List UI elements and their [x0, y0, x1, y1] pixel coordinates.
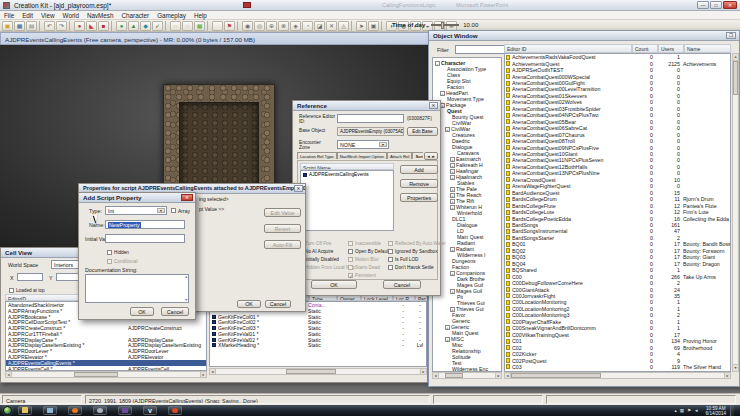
- script-list[interactable]: AJDPREventsCallingEvents: [300, 170, 394, 231]
- add-property-dialog-title[interactable]: Add Script Property ✕: [79, 193, 195, 203]
- toolbar-dialogue-button[interactable]: ◖: [212, 21, 223, 31]
- object-row-bardscollegeflute[interactable]: BardsCollegeFlute012Pantea's Flute: [505, 202, 730, 208]
- scroll-left-icon[interactable]: ◄: [433, 373, 439, 378]
- object-row-c02[interactable]: C02069Brotherhood: [505, 344, 730, 350]
- tab-navmesh-import-option[interactable]: NavMesh Import Option: [337, 152, 387, 159]
- expand-icon[interactable]: +: [450, 169, 455, 174]
- expand-icon[interactable]: +: [450, 199, 455, 204]
- scroll-right-icon[interactable]: ►: [495, 373, 501, 378]
- action-center-flag-icon[interactable]: ⚑: [687, 408, 691, 413]
- reference-list-hscrollbar[interactable]: ◄ ►: [209, 368, 427, 375]
- object-list-hscrollbar[interactable]: ◄ ►: [504, 372, 731, 379]
- expand-icon[interactable]: +: [450, 307, 455, 312]
- restore-button[interactable]: ❐: [726, 32, 736, 39]
- cancel-button[interactable]: Cancel: [161, 307, 189, 316]
- toolbar-tool-g-button[interactable]: ◪: [314, 21, 325, 31]
- ok-button[interactable]: OK: [130, 307, 154, 316]
- toolbar-preferences-button[interactable]: ▤: [26, 21, 37, 31]
- hidden-checkbox[interactable]: [107, 250, 112, 255]
- toolbar-visibility-check-button[interactable]: ✓: [152, 21, 163, 31]
- show-hidden-icons[interactable]: ▴: [675, 408, 677, 413]
- count-header[interactable]: Count: [632, 44, 658, 53]
- taskbar-vlc-icon[interactable]: V: [143, 406, 157, 415]
- object-list-vscrollbar[interactable]: ▲ ▼: [732, 53, 739, 372]
- object-row-bq04[interactable]: BQ04017Bounty: Dragon: [505, 261, 730, 267]
- object-row-achievementsquest[interactable]: AchievementsQuest02125Achievements: [505, 60, 730, 66]
- time-of-day-slider[interactable]: [431, 24, 459, 26]
- expand-icon[interactable]: +: [445, 325, 450, 330]
- scroll-thumb[interactable]: [286, 369, 336, 374]
- object-row-bq03[interactable]: BQ03017Bounty: Giant: [505, 254, 730, 260]
- object-row-c03[interactable]: C030119The Silver Hand: [505, 364, 730, 370]
- toolbar-tool-c-button[interactable]: ⊕: [266, 21, 277, 31]
- toolbar-tool-h-button[interactable]: ✕: [326, 21, 337, 31]
- checkbox-motion-blur[interactable]: [348, 257, 353, 262]
- toolbar-snap-to-angle-button[interactable]: ◣: [86, 21, 97, 31]
- ok-button[interactable]: OK: [237, 300, 261, 308]
- scroll-right-icon[interactable]: ►: [200, 372, 206, 377]
- name-header[interactable]: Name: [684, 44, 731, 53]
- toolbar-grass-toggle-button[interactable]: ▦: [194, 21, 205, 31]
- menu-help[interactable]: Help: [190, 12, 211, 19]
- expand-icon[interactable]: +: [445, 337, 450, 342]
- toolbar-tool-e-button[interactable]: ◈: [290, 21, 301, 31]
- scroll-right-icon[interactable]: ►: [420, 369, 426, 374]
- taskbar-media-app-icon[interactable]: [43, 406, 57, 415]
- remove-script-button[interactable]: Remove: [400, 179, 438, 188]
- chevron-down-icon[interactable]: ▼: [157, 208, 165, 213]
- taskbar-explorer-icon[interactable]: [18, 406, 32, 415]
- script-name-header[interactable]: Script Name: [300, 163, 394, 170]
- documentation-textarea[interactable]: ▲ ▼: [85, 274, 189, 303]
- taskbar-firefox-icon[interactable]: [68, 406, 82, 415]
- checkbox-don-t-havok-settle[interactable]: [388, 265, 393, 270]
- close-button[interactable]: ✕: [723, 1, 737, 9]
- toolbar-open-button[interactable]: ▣: [2, 21, 13, 31]
- toolbar-tool-b-button[interactable]: ◎: [254, 21, 265, 31]
- reference-row-xmarketheading[interactable]: XMarketHeading *Static-Lvl: [210, 343, 426, 349]
- taskbar-orange-app-icon[interactable]: [168, 406, 182, 415]
- add-script-button[interactable]: Add: [400, 165, 438, 174]
- scroll-down-icon[interactable]: ▼: [733, 364, 738, 371]
- toolbar-tool-j-button[interactable]: ➤: [356, 21, 367, 31]
- scroll-up-icon[interactable]: ▲: [733, 54, 738, 61]
- expand-icon[interactable]: +: [450, 157, 455, 162]
- ok-button[interactable]: OK: [311, 280, 357, 289]
- edit-base-button[interactable]: Edit Base: [407, 127, 438, 136]
- object-row-bardscollegepoeticedda[interactable]: BardsCollegePoeticEdda016Collecting the …: [505, 215, 730, 221]
- toolbar-light-toggle-button[interactable]: ☼: [170, 21, 181, 31]
- cancel-button[interactable]: Cancel: [265, 300, 291, 308]
- checkbox-reflected-by-auto-water[interactable]: [388, 241, 393, 246]
- expand-icon[interactable]: +: [450, 187, 455, 192]
- network-icon[interactable]: ▦: [680, 408, 684, 413]
- object-list[interactable]: AchievementsRadsVakaFoodQuest01Achieveme…: [504, 53, 731, 372]
- cancel-button[interactable]: Cancel: [383, 280, 421, 289]
- object-row-bq02[interactable]: BQ02017Bounty: Forsworn: [505, 248, 730, 254]
- object-category-tree[interactable]: -CharacterAssociation TypeClassEquip Slo…: [432, 57, 502, 372]
- expand-icon[interactable]: -: [435, 61, 440, 66]
- scroll-right-icon[interactable]: ►: [724, 373, 730, 378]
- expand-icon[interactable]: +: [450, 289, 455, 294]
- checkbox-starts-dead[interactable]: [348, 265, 353, 270]
- toolbar-tool-i-button[interactable]: ◬: [338, 21, 349, 31]
- menu-edit[interactable]: Edit: [18, 12, 37, 19]
- script-row-ajdpreventscallingevents[interactable]: AJDPREventsCallingEvents: [301, 171, 393, 178]
- menu-gameplay[interactable]: Gameplay: [153, 12, 190, 19]
- taskbar-steam-icon[interactable]: [93, 406, 107, 415]
- toolbar-sky-toggle-button[interactable]: ◌: [182, 21, 193, 31]
- toolbar-save-button[interactable]: ▦: [14, 21, 25, 31]
- menu-file[interactable]: File: [0, 12, 18, 19]
- close-icon[interactable]: ✕: [181, 194, 193, 201]
- slider-handle[interactable]: [441, 22, 444, 29]
- title-bar[interactable]: Creation Kit - [ajd_playroom.esp]* Calli…: [0, 0, 740, 11]
- show-desktop-button[interactable]: [730, 405, 734, 416]
- expand-icon[interactable]: +: [450, 163, 455, 168]
- menu-world[interactable]: World: [59, 12, 83, 19]
- scroll-thumb[interactable]: [511, 373, 601, 378]
- chevron-down-icon[interactable]: ▼: [379, 142, 387, 147]
- encounter-zone-combo[interactable]: NONE ▼: [337, 140, 389, 149]
- scroll-thumb[interactable]: [74, 372, 118, 377]
- ref-editor-id-input[interactable]: [337, 114, 404, 123]
- edit-value-button[interactable]: Edit Value: [264, 208, 301, 217]
- name-input[interactable]: NewProperty: [105, 220, 185, 229]
- expand-icon[interactable]: +: [450, 247, 455, 252]
